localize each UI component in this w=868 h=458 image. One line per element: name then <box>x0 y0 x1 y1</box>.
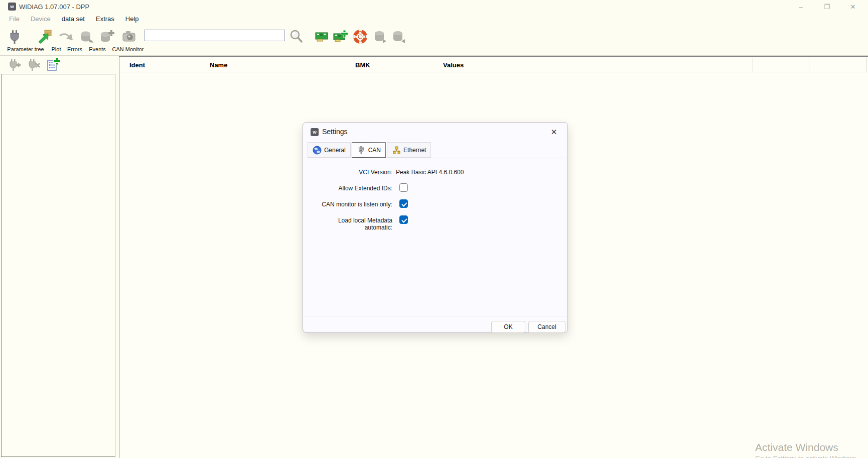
tab-general[interactable]: General <box>308 142 351 158</box>
plot-arrow-icon[interactable] <box>36 28 53 45</box>
search-input[interactable] <box>144 30 285 41</box>
can-listen-only-checkbox[interactable] <box>399 199 408 208</box>
column-header-values[interactable]: Values <box>443 61 464 69</box>
menu-data-set[interactable]: data set <box>56 13 90 25</box>
read-dataset-icon <box>373 29 388 44</box>
activate-windows-subtext: Go to Settings to activate Windows <box>755 454 856 458</box>
dialog-close-icon[interactable]: ✕ <box>547 126 560 139</box>
can-connector-icon <box>357 146 366 155</box>
plug-icon[interactable] <box>6 28 23 45</box>
toolbar-label-parameter-tree[interactable]: Parameter tree <box>7 46 44 52</box>
minimize-button[interactable]: – <box>788 0 814 13</box>
main-toolbar: Parameter tree Plot Errors Events CAN Mo… <box>0 25 868 56</box>
write-dataset-icon <box>391 29 406 44</box>
tab-general-label: General <box>324 147 346 154</box>
add-events-icon <box>98 28 115 45</box>
settings-tab-strip: General CAN Ethernet <box>308 142 432 158</box>
ethernet-icon <box>392 146 401 155</box>
settings-dialog: W Settings ✕ General CAN <box>303 122 568 333</box>
column-header-name[interactable]: Name <box>210 61 227 69</box>
column-header-ident[interactable]: Ident <box>129 61 145 69</box>
allow-extended-ids-checkbox[interactable] <box>399 183 408 192</box>
errors-icon <box>56 28 73 45</box>
column-divider <box>753 58 753 72</box>
vci-version-label: VCI Version: <box>313 169 392 176</box>
can-listen-only-label: CAN monitor is listen only: <box>313 201 392 208</box>
add-network-card-icon[interactable] <box>333 29 348 44</box>
tab-ethernet-label: Ethernet <box>403 147 426 154</box>
tab-ethernet[interactable]: Ethernet <box>387 142 431 158</box>
ok-button[interactable]: OK <box>491 321 525 333</box>
menu-device[interactable]: Device <box>25 13 56 25</box>
close-button[interactable]: ✕ <box>840 0 866 13</box>
activate-windows-watermark: Activate Windows <box>755 441 838 453</box>
disconnect-device-icon <box>26 57 41 72</box>
dialog-footer-divider <box>304 316 567 316</box>
search-icon[interactable] <box>289 29 304 44</box>
column-header-bmk[interactable]: BMK <box>355 61 370 69</box>
window-title: WIDIAG 1.07.007 - DPP <box>19 3 89 11</box>
restore-button[interactable]: ❐ <box>814 0 840 13</box>
vci-version-value: Peak Basic API 4.6.0.600 <box>396 169 464 176</box>
column-divider <box>809 58 809 72</box>
menu-bar: File Device data set Extras Help <box>4 13 144 25</box>
connect-device-icon <box>7 57 22 72</box>
can-monitor-camera-icon <box>120 28 137 45</box>
toolbar-label-events: Events <box>89 46 106 52</box>
toolbar-label-can-monitor: CAN Monitor <box>112 46 144 52</box>
settings-dialog-icon: W <box>311 128 319 136</box>
menu-help[interactable]: Help <box>120 13 144 25</box>
add-view-icon[interactable] <box>46 57 61 72</box>
tab-can[interactable]: CAN <box>352 142 386 158</box>
allow-extended-ids-label: Allow Extended IDs: <box>313 185 392 192</box>
app-icon: W <box>8 3 16 11</box>
help-lifebuoy-icon[interactable] <box>353 29 368 44</box>
network-card-icon[interactable] <box>314 29 329 44</box>
window-controls: – ❐ ✕ <box>788 0 866 13</box>
load-metadata-label: Load local Metadata automatic: <box>313 217 392 231</box>
menu-file[interactable]: File <box>4 13 25 25</box>
parameter-tree-panel[interactable] <box>1 74 115 457</box>
tab-can-label: CAN <box>368 147 381 154</box>
toolbar-label-errors: Errors <box>67 46 82 52</box>
menu-extras[interactable]: Extras <box>90 13 120 25</box>
settings-dialog-title: Settings <box>322 128 348 136</box>
events-icon <box>78 28 95 45</box>
globe-icon <box>313 146 322 155</box>
cancel-button[interactable]: Cancel <box>528 321 565 333</box>
tab-strip-divider <box>304 158 567 158</box>
load-metadata-checkbox[interactable] <box>399 215 408 224</box>
title-bar: W WIDIAG 1.07.007 - DPP – ❐ ✕ <box>0 0 868 13</box>
table-header-row: Ident Name BMK Values <box>119 58 868 72</box>
column-divider <box>866 58 866 72</box>
toolbar-label-plot[interactable]: Plot <box>52 46 61 52</box>
